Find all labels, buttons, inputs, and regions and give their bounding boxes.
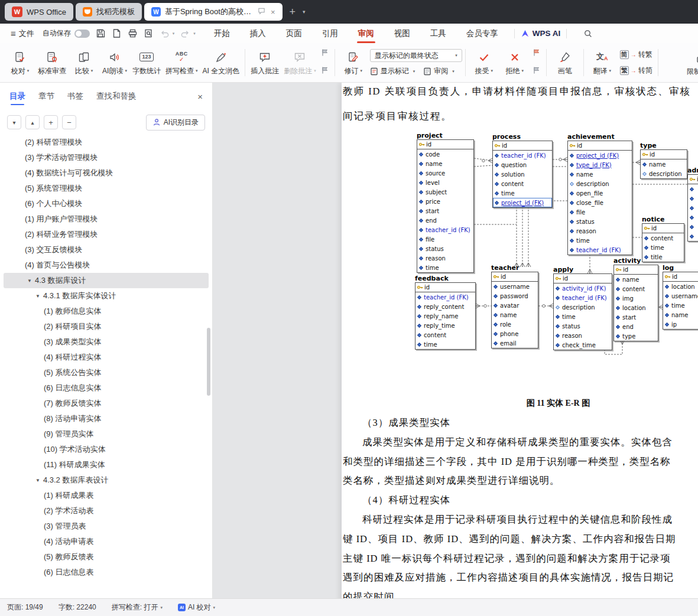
er-entity-activity[interactable]: activityidnamecontentimglocationstartend… bbox=[613, 257, 658, 341]
toc-item[interactable]: (6) 日志信息表 bbox=[4, 565, 209, 580]
spell-check-status[interactable]: 拼写检查: 打开▾ bbox=[112, 602, 163, 612]
export-pdf-icon[interactable] bbox=[112, 28, 122, 38]
review-pane-button[interactable]: 审阅▾ bbox=[423, 66, 454, 76]
undo-icon[interactable] bbox=[160, 29, 170, 38]
er-entity-type[interactable]: typeidnamedescription bbox=[640, 142, 687, 179]
redo-icon[interactable] bbox=[180, 29, 190, 38]
next-revision-flag-icon[interactable] bbox=[533, 66, 541, 77]
menu-tab-1[interactable]: 插入 bbox=[240, 24, 276, 43]
er-entity-log[interactable]: logidlocationusernametimenameip bbox=[663, 264, 698, 330]
er-entity-teacher[interactable]: teacheridusernamepasswordavatarnamerolep… bbox=[491, 264, 538, 348]
toc-item[interactable]: (2) 科研项目实体 bbox=[4, 319, 209, 334]
redo-chevron-icon[interactable]: ▾ bbox=[193, 31, 196, 36]
delete-comment-button[interactable]: 删除批注▾ bbox=[281, 45, 319, 80]
toc-item[interactable]: (3) 成果类型实体 bbox=[4, 334, 209, 350]
er-entity-admin[interactable]: adminid bbox=[687, 167, 698, 242]
search-icon[interactable] bbox=[583, 29, 593, 38]
toc-item[interactable]: (2) 学术活动表 bbox=[4, 503, 209, 519]
toc-item[interactable]: (1) 教师信息实体 bbox=[4, 304, 209, 319]
toc-item[interactable]: (5) 系统管理模块 bbox=[4, 181, 209, 196]
toc-item[interactable]: (9) 管理员实体 bbox=[4, 426, 209, 442]
autosave-toggle-switch[interactable] bbox=[74, 30, 90, 38]
zoom-out-level-button[interactable]: − bbox=[62, 115, 76, 129]
traditional-to-simplified-button[interactable]: 繁→ 转简 bbox=[620, 66, 652, 76]
sidebar-tab-1[interactable]: 章节 bbox=[38, 83, 54, 110]
er-entity-notice[interactable]: noticeidcontenttimetitle bbox=[642, 216, 684, 262]
zoom-in-level-button[interactable]: + bbox=[44, 115, 58, 129]
previous-comment-flag-icon[interactable] bbox=[321, 48, 329, 59]
menu-tab-7[interactable]: 会员专享 bbox=[456, 24, 508, 43]
menu-tab-4[interactable]: 审阅 bbox=[348, 24, 384, 43]
toc-item[interactable]: (4) 科研过程实体 bbox=[4, 350, 209, 365]
toc-item[interactable]: ▼4.3.2 数据库表设计 bbox=[4, 472, 209, 488]
menu-tab-2[interactable]: 页面 bbox=[276, 24, 312, 43]
tab-wps-office[interactable]: W WPS Office bbox=[5, 3, 73, 21]
er-entity-project[interactable]: projectidcodenamesourcelevelsubjectprice… bbox=[417, 132, 474, 273]
page-indicator[interactable]: 页面: 19/49 bbox=[7, 602, 43, 612]
ai-read-aloud-button[interactable]: AI朗读▾ bbox=[99, 45, 130, 80]
show-markup-button[interactable]: 显示标记▾ bbox=[370, 66, 415, 76]
print-preview-icon[interactable] bbox=[144, 28, 154, 38]
compare-button[interactable]: 比较▾ bbox=[69, 45, 99, 80]
restrict-editing-button[interactable]: 限制编辑 bbox=[684, 46, 698, 80]
wps-ai-button[interactable]: WPS AI bbox=[521, 29, 561, 38]
toc-item[interactable]: (3) 管理员表 bbox=[4, 519, 209, 534]
track-changes-button[interactable]: 修订▾ bbox=[338, 45, 369, 80]
toc-item[interactable]: (7) 教师反馈实体 bbox=[4, 396, 209, 411]
new-tab-button[interactable]: + bbox=[285, 6, 301, 18]
toc-item[interactable]: (4) 首页与公告模块 bbox=[4, 258, 209, 273]
er-entity-process[interactable]: processidteacher_id (FK)questionsolution… bbox=[492, 133, 553, 208]
toc-item[interactable]: (6) 日志信息实体 bbox=[4, 380, 209, 396]
sidebar-scrollbar-thumb[interactable] bbox=[207, 328, 210, 396]
spell-check-button[interactable]: ABC✓ 拼写检查▾ bbox=[163, 45, 200, 80]
toc-item[interactable]: (4) 数据统计与可视化模块 bbox=[4, 165, 209, 181]
sidebar-tab-0[interactable]: 目录 bbox=[9, 83, 25, 110]
toc-item[interactable]: (5) 系统公告实体 bbox=[4, 365, 209, 380]
standard-review-button[interactable]: 标准审查 bbox=[35, 45, 69, 80]
accept-revision-button[interactable]: 接受▾ bbox=[469, 45, 499, 80]
simplified-to-traditional-button[interactable]: 简→ 转繁 bbox=[620, 50, 652, 60]
ai-recognize-toc-button[interactable]: AI识别目录 bbox=[146, 115, 205, 131]
expand-all-button[interactable]: ▴ bbox=[25, 115, 40, 129]
next-comment-flag-icon[interactable] bbox=[321, 66, 329, 77]
reject-revision-button[interactable]: 拒绝▾ bbox=[499, 45, 530, 80]
toc-item[interactable]: (1) 科研成果表 bbox=[4, 488, 209, 503]
toc-item[interactable]: (11) 科研成果实体 bbox=[4, 457, 209, 472]
undo-chevron-icon[interactable]: ▾ bbox=[173, 31, 175, 36]
expand-arrow-icon[interactable]: ▼ bbox=[27, 278, 32, 283]
menu-tab-0[interactable]: 开始 bbox=[204, 24, 240, 43]
tab-list-chevron-icon[interactable]: ▾ bbox=[300, 9, 308, 15]
toc-item[interactable]: (6) 个人中心模块 bbox=[4, 196, 209, 211]
document-page[interactable]: 教师 ID 关联项目负责人，申请材料伴随项目申报信息，审核状态、审核 间记录项目… bbox=[342, 83, 698, 598]
menu-tab-6[interactable]: 工具 bbox=[420, 24, 456, 43]
toc-item[interactable]: (2) 科研业务管理模块 bbox=[4, 227, 209, 242]
file-menu-button[interactable]: ≡ 文件 bbox=[6, 28, 39, 39]
toc-item[interactable]: (8) 活动申请实体 bbox=[4, 411, 209, 426]
sidebar-tab-3[interactable]: 查找和替换 bbox=[96, 83, 137, 110]
marking-state-dropdown[interactable]: 显示标记的最终状态 ▾ bbox=[370, 49, 462, 62]
er-entity-apply[interactable]: applyidactivity_id (FK)teacher_id (FK)de… bbox=[553, 266, 612, 350]
ai-proofread-status[interactable]: AIAI 校对▾ bbox=[178, 602, 215, 612]
autosave-toggle-group[interactable]: 自动保存 bbox=[43, 28, 90, 38]
word-count-button[interactable]: 123 字数统计 bbox=[130, 45, 163, 80]
ai-polish-button[interactable]: AI 全文润色 bbox=[200, 45, 242, 80]
toc-item[interactable]: (5) 教师反馈表 bbox=[4, 549, 209, 565]
er-entity-feedback[interactable]: feedbackidteacher_id (FK)reply_contentre… bbox=[415, 275, 476, 350]
toc-item[interactable]: (2) 科研管理模块 bbox=[4, 135, 209, 150]
tab-docer-templates[interactable]: 找稻壳模板 bbox=[76, 3, 142, 21]
close-sidebar-icon[interactable]: × bbox=[197, 92, 203, 102]
insert-comment-button[interactable]: 插入批注 bbox=[248, 45, 281, 80]
sidebar-tab-2[interactable]: 书签 bbox=[67, 83, 83, 110]
proofread-button[interactable]: 校对▾ bbox=[5, 45, 35, 80]
print-icon[interactable] bbox=[128, 28, 138, 38]
toc-item[interactable]: (4) 活动申请表 bbox=[4, 534, 209, 549]
menu-tab-5[interactable]: 视图 bbox=[384, 24, 420, 43]
toc-item[interactable]: (10) 学术活动实体 bbox=[4, 442, 209, 457]
toc-item[interactable]: (3) 交互反馈模块 bbox=[4, 242, 209, 258]
comment-bubble-icon[interactable] bbox=[258, 7, 265, 17]
toc-item[interactable]: (1) 用户账户管理模块 bbox=[4, 211, 209, 227]
word-count-indicator[interactable]: 字数: 22240 bbox=[59, 602, 96, 612]
translate-button[interactable]: 文A 翻译▾ bbox=[587, 45, 618, 80]
toc-item[interactable]: ▼4.3 数据库设计 bbox=[4, 273, 209, 288]
tab-document[interactable]: W 基于Spring Boot的高校科研 × bbox=[144, 3, 283, 21]
